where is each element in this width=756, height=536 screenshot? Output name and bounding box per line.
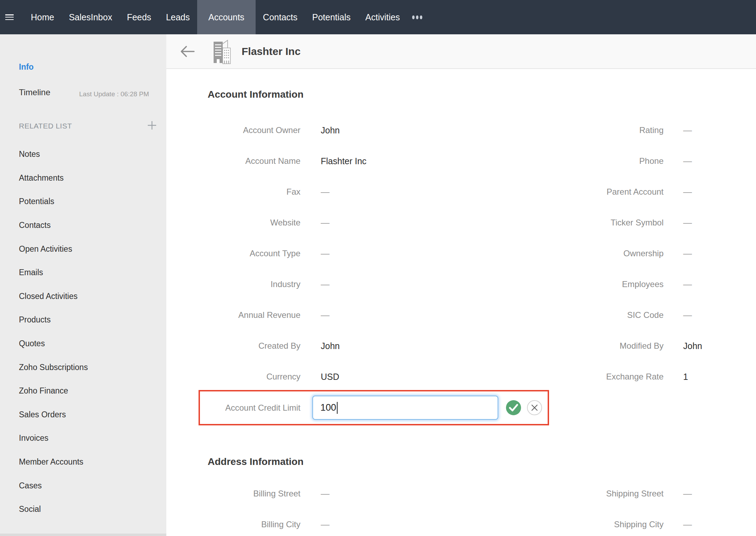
top-navigation: Home SalesInbox Feeds Leads Accounts Con… <box>0 0 756 34</box>
account-credit-limit-label: Account Credit Limit <box>200 391 300 424</box>
nav-tab-salesinbox[interactable]: SalesInbox <box>62 0 120 34</box>
sidebar-item-open-activities[interactable]: Open Activities <box>0 237 166 261</box>
field-row: Account Type — Ownership — <box>166 238 756 269</box>
field-value[interactable]: — <box>683 489 756 499</box>
nav-tab-activities[interactable]: Activities <box>358 0 407 34</box>
field-value[interactable]: John <box>683 341 756 351</box>
field-value[interactable]: Flashter Inc <box>321 156 559 166</box>
field-value[interactable]: — <box>321 187 559 197</box>
nav-tab-leads[interactable]: Leads <box>159 0 197 34</box>
field-label: Billing Street <box>166 489 300 499</box>
field-value[interactable]: — <box>321 520 559 530</box>
address-information-heading: Address Information <box>208 455 304 468</box>
field-row: Billing City — Shipping City — <box>166 509 756 536</box>
sidebar-item-products[interactable]: Products <box>0 308 166 332</box>
field-label: Shipping Street <box>559 489 664 499</box>
field-row: Billing Street — Shipping Street — <box>166 478 756 509</box>
field-label: Created By <box>166 341 300 351</box>
sidebar-item-closed-activities[interactable]: Closed Activities <box>0 285 166 308</box>
sidebar-item-notes[interactable]: Notes <box>0 142 166 166</box>
field-value[interactable]: — <box>683 310 756 320</box>
field-row: Industry — Employees — <box>166 269 756 300</box>
nav-tab-feeds[interactable]: Feeds <box>119 0 158 34</box>
field-label: Account Name <box>166 156 300 166</box>
hamburger-menu-icon[interactable] <box>5 14 14 20</box>
sidebar-item-potentials[interactable]: Potentials <box>0 190 166 214</box>
text-cursor <box>337 402 338 414</box>
field-row: Account Name Flashter Inc Phone — <box>166 146 756 176</box>
timeline-last-update: Last Update : 06:28 PM <box>79 90 149 98</box>
field-value[interactable]: — <box>321 279 559 290</box>
account-credit-limit-input[interactable]: 100 <box>312 396 498 420</box>
nav-tab-home[interactable]: Home <box>23 0 62 34</box>
field-label: SIC Code <box>559 310 664 320</box>
sidebar-item-cases[interactable]: Cases <box>0 474 166 497</box>
related-list-items: Notes Attachments Potentials Contacts Op… <box>0 142 166 521</box>
field-value[interactable]: USD <box>321 372 559 382</box>
field-value[interactable]: — <box>683 125 756 135</box>
address-information-fields: Billing Street — Shipping Street — Billi… <box>166 478 756 536</box>
nav-tab-accounts[interactable]: Accounts <box>197 0 256 34</box>
cancel-edit-button[interactable] <box>527 400 542 415</box>
field-value[interactable]: — <box>321 310 559 320</box>
field-row: Website — Ticker Symbol — <box>166 207 756 238</box>
field-value[interactable]: — <box>683 187 756 197</box>
field-label: Ownership <box>559 249 664 258</box>
field-value[interactable]: — <box>321 489 559 499</box>
account-credit-limit-edit-row: Account Credit Limit 100 <box>199 390 549 425</box>
field-label: Rating <box>559 125 664 135</box>
account-credit-limit-input-value: 100 <box>320 402 336 413</box>
field-label: Billing City <box>166 520 300 529</box>
company-building-icon <box>211 38 233 67</box>
field-value[interactable]: — <box>683 249 756 259</box>
field-label: Phone <box>559 156 664 166</box>
sidebar-item-info[interactable]: Info <box>19 62 34 72</box>
field-label: Exchange Rate <box>559 372 664 382</box>
field-label: Fax <box>166 187 300 197</box>
sidebar-item-emails[interactable]: Emails <box>0 261 166 285</box>
field-value[interactable]: — <box>683 218 756 228</box>
back-arrow-icon[interactable] <box>179 44 195 60</box>
account-information-fields: Account Owner John Rating — Account Name… <box>166 115 756 392</box>
field-label: Modified By <box>559 341 664 351</box>
nav-tab-potentials[interactable]: Potentials <box>305 0 358 34</box>
field-value[interactable]: — <box>321 218 559 228</box>
sidebar-item-zoho-finance[interactable]: Zoho Finance <box>0 379 166 403</box>
record-header: Flashter Inc <box>166 34 756 69</box>
field-value[interactable]: John <box>321 341 559 351</box>
field-label: Industry <box>166 279 300 289</box>
field-value[interactable]: — <box>683 520 756 530</box>
sidebar-item-member-accounts[interactable]: Member Accounts <box>0 450 166 474</box>
sidebar-item-zoho-subscriptions[interactable]: Zoho Subscriptions <box>0 355 166 379</box>
sidebar: Info Timeline Last Update : 06:28 PM REL… <box>0 34 166 536</box>
field-value[interactable]: — <box>321 249 559 259</box>
field-row: Currency USD Exchange Rate 1 <box>166 361 756 392</box>
field-row: Created By John Modified By John <box>166 330 756 361</box>
field-value[interactable]: — <box>683 279 756 290</box>
field-label: Account Type <box>166 249 300 258</box>
more-tabs-icon[interactable] <box>412 0 422 34</box>
sidebar-item-timeline[interactable]: Timeline <box>19 88 50 97</box>
field-value[interactable]: John <box>321 125 559 135</box>
field-label: Ticker Symbol <box>559 218 664 228</box>
sidebar-item-contacts[interactable]: Contacts <box>0 214 166 237</box>
record-title: Flashter Inc <box>242 34 300 68</box>
field-label: Currency <box>166 372 300 382</box>
sidebar-item-attachments[interactable]: Attachments <box>0 166 166 190</box>
sidebar-item-invoices[interactable]: Invoices <box>0 426 166 450</box>
nav-tab-contacts[interactable]: Contacts <box>256 0 305 34</box>
account-information-heading: Account Information <box>208 88 304 101</box>
account-detail-content: Account Information Account Owner John R… <box>166 69 756 536</box>
sidebar-item-sales-orders[interactable]: Sales Orders <box>0 403 166 427</box>
add-related-list-icon[interactable] <box>147 120 157 130</box>
field-row: Annual Revenue — SIC Code — <box>166 300 756 330</box>
sidebar-item-social[interactable]: Social <box>0 497 166 521</box>
field-label: Shipping City <box>559 520 664 529</box>
sidebar-item-quotes[interactable]: Quotes <box>0 332 166 356</box>
field-value[interactable]: 1 <box>683 372 756 382</box>
field-label: Account Owner <box>166 125 300 135</box>
confirm-edit-button[interactable] <box>506 400 521 415</box>
field-value[interactable]: — <box>683 156 756 166</box>
zoho-crm-app: Home SalesInbox Feeds Leads Accounts Con… <box>0 0 756 536</box>
field-label: Website <box>166 218 300 228</box>
